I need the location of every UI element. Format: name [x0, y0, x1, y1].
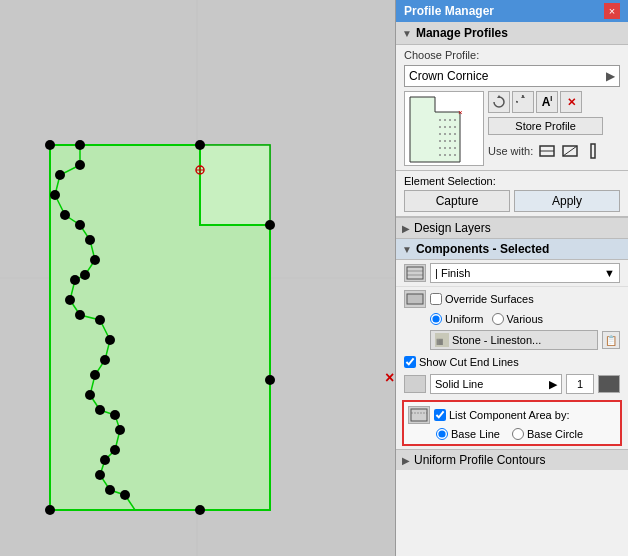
- various-label: Various: [507, 313, 543, 325]
- canvas-area: ×: [0, 0, 395, 556]
- use-with-row: Use with:: [488, 141, 603, 161]
- svg-point-49: [444, 126, 446, 128]
- svg-point-17: [70, 275, 80, 285]
- components-arrow: ▼: [402, 244, 412, 255]
- store-profile-button[interactable]: Store Profile: [488, 117, 603, 135]
- override-surfaces-checkbox[interactable]: [430, 293, 442, 305]
- svg-text:×: ×: [385, 369, 394, 386]
- svg-point-65: [444, 154, 446, 156]
- panel-header: Profile Manager ×: [396, 0, 628, 22]
- uniform-profile-header[interactable]: ▶ Uniform Profile Contours: [396, 449, 628, 470]
- svg-point-47: [454, 119, 456, 121]
- svg-point-11: [50, 190, 60, 200]
- profile-dropdown[interactable]: Crown Cornice ▶: [404, 65, 620, 87]
- apply-button[interactable]: Apply: [514, 190, 620, 212]
- finish-arrow-icon: ▼: [604, 267, 615, 279]
- svg-point-20: [95, 315, 105, 325]
- baseline-label: Base Line: [451, 428, 500, 440]
- svg-point-31: [105, 485, 115, 495]
- svg-point-51: [454, 126, 456, 128]
- line-width-icon: [598, 375, 620, 393]
- svg-point-24: [85, 390, 95, 400]
- svg-rect-76: [407, 267, 423, 279]
- text-label-button[interactable]: AI: [536, 91, 558, 113]
- choose-profile-label: Choose Profile:: [396, 45, 628, 63]
- element-selection-buttons: Capture Apply: [404, 190, 620, 212]
- solid-line-dropdown[interactable]: Solid Line ▶: [430, 374, 562, 394]
- svg-point-8: [75, 140, 85, 150]
- design-layers-header[interactable]: ▶ Design Layers: [396, 217, 628, 239]
- svg-point-60: [439, 147, 441, 149]
- manage-profiles-header[interactable]: ▼ Manage Profiles: [396, 22, 628, 45]
- profile-current-value: Crown Cornice: [409, 69, 488, 83]
- line-number-input[interactable]: 1: [566, 374, 594, 394]
- stone-edit-button[interactable]: 📋: [602, 331, 620, 349]
- stone-label: Stone - Lineston...: [452, 334, 541, 346]
- capture-button[interactable]: Capture: [404, 190, 510, 212]
- uniform-radio-label[interactable]: Uniform: [430, 313, 484, 325]
- svg-point-34: [195, 140, 205, 150]
- svg-point-22: [100, 355, 110, 365]
- svg-rect-79: [407, 294, 423, 304]
- close-button[interactable]: ×: [604, 3, 620, 19]
- svg-point-9: [75, 160, 85, 170]
- basecircle-radio[interactable]: [512, 428, 524, 440]
- svg-point-14: [85, 235, 95, 245]
- baseline-radio[interactable]: [436, 428, 448, 440]
- baseline-radio-label[interactable]: Base Line: [436, 428, 500, 440]
- override-surfaces-row: Override Surfaces: [396, 287, 628, 311]
- various-radio[interactable]: [492, 313, 504, 325]
- basecircle-radio-label[interactable]: Base Circle: [512, 428, 583, 440]
- show-cut-checkbox-label[interactable]: Show Cut End Lines: [404, 356, 519, 368]
- solid-line-icon: [404, 375, 426, 393]
- rotate-cw-button[interactable]: [488, 91, 510, 113]
- svg-rect-75: [591, 144, 595, 158]
- svg-point-21: [105, 335, 115, 345]
- svg-point-23: [90, 370, 100, 380]
- slant-icon[interactable]: [560, 141, 580, 161]
- text-icon: AI: [542, 95, 553, 109]
- rotate-ccw-button[interactable]: [512, 91, 534, 113]
- design-layers-label: Design Layers: [414, 221, 491, 235]
- design-layers-arrow: ▶: [402, 223, 410, 234]
- show-cut-text: Show Cut End Lines: [419, 356, 519, 368]
- svg-point-57: [444, 140, 446, 142]
- baseline-radio-group: Base Line Base Circle: [408, 428, 616, 440]
- svg-point-36: [265, 220, 275, 230]
- icon-buttons-row: AI ✕: [488, 91, 603, 113]
- element-selection-label: Element Selection:: [404, 175, 620, 187]
- list-component-checkbox-label[interactable]: List Component Area by:: [434, 409, 569, 421]
- svg-point-10: [55, 170, 65, 180]
- svg-point-7: [45, 140, 55, 150]
- components-selected-header[interactable]: ▼ Components - Selected: [396, 239, 628, 260]
- uniform-arrow: ▶: [402, 455, 410, 466]
- uniform-various-group: Uniform Various: [396, 311, 628, 327]
- doc-icon: 📋: [605, 335, 617, 346]
- use-with-icons: [537, 141, 603, 161]
- svg-point-62: [449, 147, 451, 149]
- uniform-radio[interactable]: [430, 313, 442, 325]
- delete-profile-button[interactable]: ✕: [560, 91, 582, 113]
- finish-value: | Finish: [435, 267, 470, 279]
- override-surfaces-checkbox-label[interactable]: Override Surfaces: [430, 293, 534, 305]
- svg-text:▦: ▦: [436, 337, 444, 346]
- finish-dropdown[interactable]: | Finish ▼: [430, 263, 620, 283]
- pipe-icon[interactable]: [583, 141, 603, 161]
- show-cut-checkbox[interactable]: [404, 356, 416, 368]
- svg-point-48: [439, 126, 441, 128]
- list-component-icon: [408, 406, 430, 424]
- svg-point-61: [444, 147, 446, 149]
- stone-row: ▦ Stone - Lineston... 📋: [396, 327, 628, 353]
- solid-line-row: Solid Line ▶ 1: [396, 371, 628, 397]
- wall-icon[interactable]: [537, 141, 557, 161]
- svg-point-67: [454, 154, 456, 156]
- various-radio-label[interactable]: Various: [492, 313, 543, 325]
- right-panel: Profile Manager × ▼ Manage Profiles Choo…: [395, 0, 628, 556]
- profile-thumbnail: ×: [404, 91, 484, 166]
- list-component-checkbox[interactable]: [434, 409, 446, 421]
- svg-point-37: [265, 375, 275, 385]
- list-component-area-box: List Component Area by: Base Line Base C…: [402, 400, 622, 446]
- stone-button[interactable]: ▦ Stone - Lineston...: [430, 330, 598, 350]
- solid-line-arrow: ▶: [549, 378, 557, 391]
- svg-point-44: [439, 119, 441, 121]
